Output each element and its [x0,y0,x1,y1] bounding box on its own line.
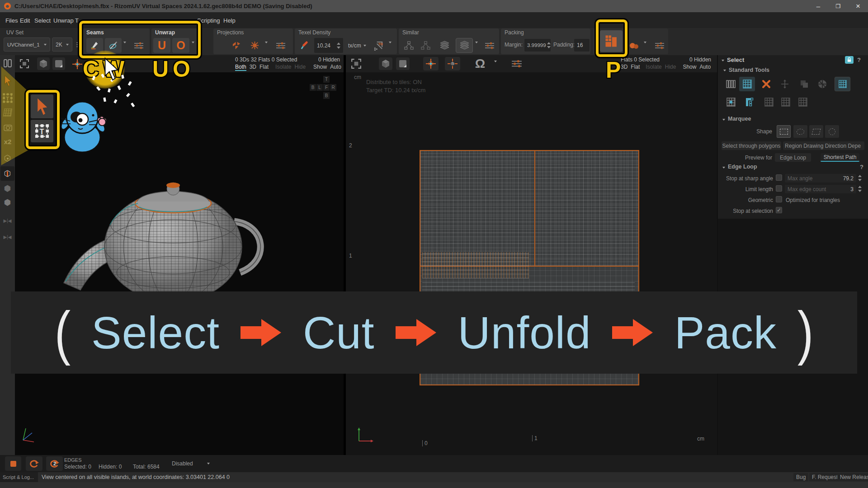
isolate-button[interactable]: Isolate [275,64,291,71]
tool-quadrant-icon[interactable] [814,77,830,91]
orient-left[interactable]: L [316,84,323,91]
projections-more-chevron[interactable] [265,43,268,52]
uv-mode-3d-tab[interactable]: 3D [621,64,627,70]
texel-spinner[interactable] [337,42,340,49]
tool-clear-selection-icon[interactable] [758,77,774,91]
max-angle-spinner[interactable] [858,175,862,181]
limit-length-checkbox[interactable] [776,185,782,192]
square-view-icon[interactable] [52,57,65,70]
menu-scripting[interactable]: Scripting [197,17,220,24]
orient-bottom[interactable]: B [323,92,330,99]
tool-grid-c-icon[interactable] [795,95,811,109]
similar-stack-all-button[interactable] [456,38,473,53]
uv-show-button[interactable]: Show [683,64,696,70]
maximize-button[interactable]: ❐ [828,3,848,9]
uv-options-icon[interactable] [508,57,526,70]
uvchannel-dropdown[interactable]: UVChannel_1 [4,38,50,52]
orient-top[interactable]: T [323,76,330,83]
texel-td-button[interactable] [371,38,387,53]
island-mode-icon[interactable]: ⬢ [1,196,14,209]
autosave-chevron-icon[interactable] [207,463,210,465]
auto-button[interactable]: Auto [330,64,341,71]
pack-options-icon[interactable] [651,38,668,53]
stop-at-selection-checkbox[interactable]: ✓ [776,207,782,213]
marquee-circle-icon[interactable] [825,125,839,138]
similar-tree2-button[interactable] [418,38,433,53]
similar-options-icon[interactable] [481,38,498,53]
split-view-icon[interactable] [2,57,14,69]
pack-alt-button[interactable] [627,38,641,53]
orient-right[interactable]: R [330,84,336,91]
tool-grid-b-icon[interactable] [778,95,793,109]
uv-auto-button[interactable]: Auto [699,64,711,70]
preview-shortest-path-button[interactable]: Shortest Path [821,153,859,162]
autosave-dropdown[interactable]: Disabled [172,460,193,467]
teapot-model[interactable] [38,180,284,293]
region-drawing-button[interactable]: Region Drawing Direction Depe [783,141,864,150]
focus-selection-icon[interactable] [71,58,83,70]
uv-square-view-icon[interactable] [396,57,410,70]
mirror-h-icon[interactable]: ▶|◀ [1,214,14,227]
similar-stack-button[interactable] [437,38,453,53]
uv-center-icon[interactable] [423,57,439,70]
texel-more-chevron[interactable] [389,43,392,52]
loop-button[interactable] [26,456,42,471]
orient-front[interactable]: F [323,84,330,91]
uv-island-cluster[interactable] [422,252,529,278]
frame-view-icon[interactable] [18,57,31,70]
uv-isolate-button[interactable]: Isolate [646,64,661,70]
mode-3d-tab[interactable]: 3D [250,64,256,71]
similar-more-chevron[interactable] [475,43,478,52]
viewport-uv[interactable]: Ω Flats 0 Selected 0 Hidden 3D Flat Isol… [346,55,717,455]
projections-planar-button[interactable] [246,38,263,53]
menu-files[interactable]: Files [5,17,18,24]
uv-hide-button[interactable]: Hide [665,64,676,70]
texel-value-field[interactable]: 10.24 [314,38,343,53]
max-angle-field[interactable]: Max angle 79.2 [785,174,856,183]
show-button[interactable]: Show [313,64,327,71]
menu-help[interactable]: Help [223,17,236,24]
max-edge-count-field[interactable]: Max edge count 3 [785,185,856,193]
preview-edge-loop-button[interactable]: Edge Loop [775,153,811,162]
margin-spinner[interactable] [547,42,551,48]
uv-center-cube-icon[interactable] [445,57,460,70]
help-icon[interactable]: ? [857,56,861,63]
tool-grid-a-icon[interactable] [761,95,777,109]
stop-sharp-angle-checkbox[interactable] [776,174,782,181]
pack-more-chevron[interactable] [644,43,646,52]
bug-link[interactable]: Bug [793,473,808,481]
tool-grid-center-icon[interactable] [723,95,739,109]
collapse-chevron-icon[interactable] [722,167,725,169]
cube-view-icon[interactable] [37,57,50,70]
tool-strip-select-icon[interactable] [723,77,739,91]
max-edge-count-spinner[interactable] [858,186,862,192]
tool-translate-icon[interactable] [777,77,793,91]
polygon-mode-icon[interactable]: ⬢ [1,182,14,195]
loop-2-button[interactable]: 2 [46,456,63,471]
magnet-snap-icon[interactable]: Ω [470,56,490,71]
uv-frame-view-icon[interactable] [349,57,363,70]
geometric-checkbox[interactable] [776,196,782,202]
magnet-dropdown-chevron[interactable] [494,62,497,70]
margin-field[interactable]: 3.99999 [524,39,551,52]
marquee-polygon-icon[interactable] [809,125,823,138]
select-through-button[interactable]: Select through polygons [722,141,781,150]
marquee-lasso-icon[interactable] [793,125,807,138]
mode-both-tab[interactable]: Both [235,64,246,71]
similar-tree1-button[interactable] [401,38,416,53]
mirror-v-icon[interactable]: ▶|◀ [1,230,14,243]
menu-edit[interactable]: Edit [20,17,30,24]
script-log-tab[interactable]: Script & Log... [0,472,38,482]
resolution-dropdown[interactable]: 2K [52,38,72,52]
tool-island-grid-icon[interactable] [835,77,850,91]
stop-button[interactable] [5,456,21,471]
new-release-link[interactable]: New Release [837,473,868,481]
uv-main-island[interactable] [420,151,638,267]
marquee-rect-icon[interactable] [777,125,791,138]
padding-field[interactable]: 16 [574,39,590,52]
hide-button[interactable]: Hide [294,64,306,71]
projections-box-button[interactable] [228,38,245,53]
projections-options-icon[interactable] [272,38,289,53]
lock-icon[interactable] [845,56,854,64]
collapse-chevron-icon[interactable] [722,60,724,61]
